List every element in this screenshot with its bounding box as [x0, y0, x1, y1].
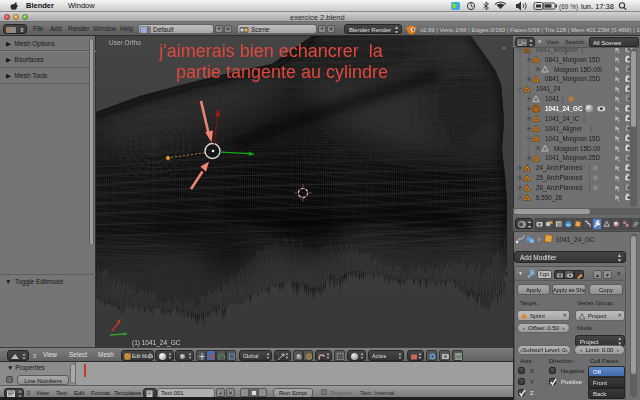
svg-text:26_ArchPlanned: 26_ArchPlanned — [536, 184, 583, 192]
svg-text:1041_Aligner: 1041_Aligner — [545, 125, 582, 133]
svg-text:|: | — [562, 95, 564, 103]
svg-text:|: | — [588, 184, 590, 192]
svg-text:lun. 17:38: lun. 17:38 — [581, 2, 614, 11]
svg-text:1041_Moignon 15D: 1041_Moignon 15D — [545, 135, 600, 143]
svg-text:Moignon 15D.00l: Moignon 15D.00l — [554, 66, 602, 74]
svg-text:1041_Moignon 25D: 1041_Moignon 25D — [545, 154, 600, 162]
svg-text:|: | — [588, 164, 590, 172]
svg-text:|: | — [590, 125, 592, 133]
svg-text:6.550_26: 6.550_26 — [536, 194, 563, 202]
svg-text:(69 %): (69 %) — [559, 3, 578, 11]
svg-text:|: | — [581, 48, 583, 54]
svg-text:|: | — [583, 105, 585, 113]
svg-text:1041_24_IC: 1041_24_IC — [545, 115, 580, 123]
svg-text:24_ArchPlanned: 24_ArchPlanned — [536, 164, 583, 172]
svg-text:1041: 1041 — [545, 95, 560, 102]
svg-text:|: | — [583, 115, 585, 123]
svg-text:1041_24_GC: 1041_24_GC — [556, 236, 595, 244]
svg-text:|: | — [588, 174, 590, 182]
svg-text:1041_24_GC: 1041_24_GC — [545, 105, 583, 112]
svg-text:0841_Moignon 15D: 0841_Moignon 15D — [545, 56, 600, 64]
svg-text:0841_Moignon: 0841_Moignon — [536, 48, 578, 54]
svg-text:0841_Moignon 25D: 0841_Moignon 25D — [545, 75, 600, 83]
svg-text:1041_24: 1041_24 — [536, 85, 561, 93]
svg-text:25_ArchPlanned: 25_ArchPlanned — [536, 174, 583, 182]
svg-text:Moignon 15D.00: Moignon 15D.00 — [554, 145, 601, 153]
